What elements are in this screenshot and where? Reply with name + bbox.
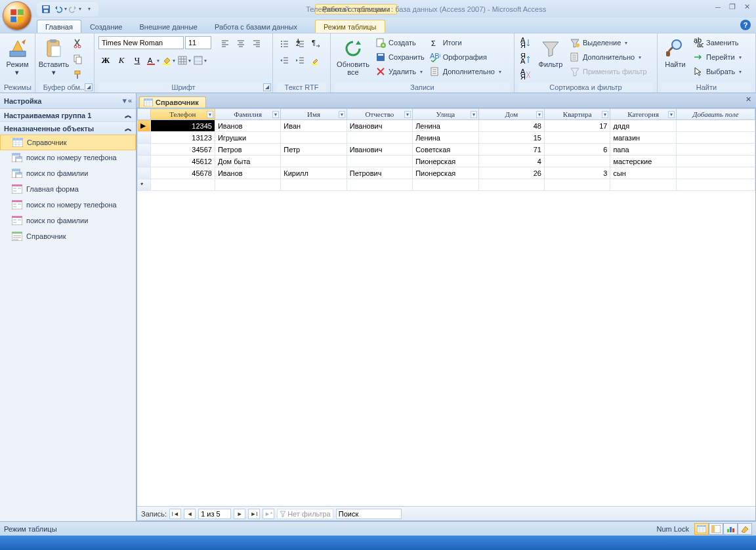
data-cell[interactable] <box>676 156 755 167</box>
nav-new-icon[interactable]: ►* <box>262 509 274 519</box>
delete-record-button[interactable]: Удалить <box>374 65 426 78</box>
select-button[interactable]: Выбрать <box>692 65 743 78</box>
office-button[interactable] <box>3 1 32 30</box>
data-cell[interactable]: Игрушки <box>215 132 280 144</box>
data-cell[interactable] <box>281 156 346 167</box>
data-cell[interactable]: Кирилл <box>281 167 346 179</box>
column-header[interactable]: Категория▾ <box>610 109 676 120</box>
data-cell[interactable] <box>544 156 610 167</box>
data-cell[interactable] <box>150 179 215 191</box>
nav-collapse-icon[interactable]: « <box>128 96 132 105</box>
decrease-indent-icon[interactable] <box>277 53 291 68</box>
close-button[interactable]: ✕ <box>742 3 752 11</box>
data-cell[interactable]: 45678 <box>150 167 215 179</box>
view-datasheet-icon[interactable] <box>694 523 709 535</box>
column-header[interactable]: Имя▾ <box>281 109 346 120</box>
view-design-icon[interactable] <box>738 523 752 535</box>
nav-last-icon[interactable]: ►I <box>248 509 260 519</box>
font-size-combo[interactable] <box>185 36 211 49</box>
tab-database-tools[interactable]: Работа с базами данных <box>206 20 306 33</box>
column-dropdown-icon[interactable]: ▾ <box>207 111 213 118</box>
data-cell[interactable]: Петрович <box>346 167 412 179</box>
record-position-input[interactable] <box>198 509 231 519</box>
selection-filter-button[interactable]: Выделение <box>568 36 648 49</box>
new-row-selector[interactable]: * <box>138 179 151 191</box>
nav-group-custom[interactable]: Настраиваемая группа 1︽ <box>0 109 136 122</box>
find-button[interactable]: Найти <box>662 36 689 70</box>
restore-button[interactable]: ❐ <box>727 3 738 11</box>
data-cell[interactable]: 48 <box>478 120 544 132</box>
data-cell[interactable]: папа <box>610 144 676 156</box>
column-dropdown-icon[interactable]: ▾ <box>339 111 345 118</box>
advanced-filter-button[interactable]: Дополнительно <box>568 51 648 64</box>
help-icon[interactable]: ? <box>740 20 751 30</box>
row-selector[interactable] <box>138 144 151 156</box>
data-cell[interactable]: Ленина <box>413 120 478 132</box>
data-cell[interactable] <box>281 132 346 144</box>
nav-first-icon[interactable]: I◄ <box>169 509 181 519</box>
data-cell[interactable] <box>215 179 280 191</box>
column-dropdown-icon[interactable]: ▾ <box>404 111 411 118</box>
format-painter-icon[interactable] <box>71 68 85 82</box>
font-family-combo[interactable] <box>98 36 184 49</box>
nav-header[interactable]: Настройка ▾ « <box>0 93 136 109</box>
select-all-cell[interactable] <box>138 109 151 120</box>
data-cell[interactable]: дядя <box>610 120 676 132</box>
align-center-icon[interactable] <box>234 36 248 51</box>
numbering-icon[interactable]: 12 <box>293 36 307 51</box>
refresh-all-button[interactable]: Обновить все <box>335 36 371 78</box>
tab-create[interactable]: Создание <box>81 20 131 33</box>
data-cell[interactable]: 45612 <box>150 156 215 167</box>
nav-item-form[interactable]: Главная форма <box>0 181 136 197</box>
more-records-button[interactable]: Дополнительно <box>429 65 503 78</box>
column-dropdown-icon[interactable]: ▾ <box>536 111 543 118</box>
align-left-icon[interactable] <box>218 36 232 51</box>
paste-button[interactable]: Вставить▾ <box>39 36 68 78</box>
data-cell[interactable] <box>676 144 755 156</box>
cut-icon[interactable] <box>71 36 85 51</box>
column-dropdown-icon[interactable]: ▾ <box>668 111 675 118</box>
data-cell[interactable]: Петров <box>215 144 280 156</box>
nav-item-table[interactable]: Справочник <box>0 135 136 150</box>
sort-desc-icon[interactable]: ЯА <box>518 52 533 66</box>
nav-prev-icon[interactable]: ◄ <box>184 509 196 519</box>
filter-indicator[interactable]: Нет фильтра <box>277 509 333 519</box>
data-cell[interactable]: 26 <box>478 167 544 179</box>
data-cell[interactable] <box>676 132 755 144</box>
data-cell[interactable] <box>676 120 755 132</box>
column-dropdown-icon[interactable]: ▾ <box>471 111 477 118</box>
clipboard-launcher-icon[interactable]: ◢ <box>85 83 93 91</box>
data-cell[interactable]: Иванович <box>346 120 412 132</box>
data-cell[interactable]: 4 <box>478 156 544 167</box>
nav-item-query[interactable]: поиск по номеру телефона <box>0 150 136 165</box>
bullets-icon[interactable] <box>277 36 291 51</box>
font-launcher-icon[interactable]: ◢ <box>263 83 271 91</box>
data-cell[interactable] <box>676 179 755 191</box>
data-cell[interactable]: сын <box>610 167 676 179</box>
data-cell[interactable]: магазин <box>610 132 676 144</box>
spelling-button[interactable]: ABCОрфография <box>429 51 503 64</box>
nav-group-unassigned[interactable]: Неназначенные объекты︽ <box>0 122 136 135</box>
data-cell[interactable]: 34567 <box>150 144 215 156</box>
view-button[interactable]: Режим▾ <box>4 36 31 78</box>
data-cell[interactable]: 12345 <box>150 120 215 132</box>
column-header[interactable]: Отчество▾ <box>346 109 412 120</box>
data-cell[interactable]: Иванов <box>215 167 280 179</box>
toggle-filter-button[interactable]: Применить фильтр <box>568 65 648 78</box>
data-cell[interactable]: мастерские <box>610 156 676 167</box>
column-header[interactable]: Телефон▾ <box>150 109 215 120</box>
column-dropdown-icon[interactable]: ▾ <box>272 111 279 118</box>
column-header[interactable]: Дом▾ <box>478 109 544 120</box>
data-cell[interactable]: Пионерская <box>413 156 478 167</box>
data-cell[interactable] <box>281 179 346 191</box>
gridlines-icon[interactable] <box>177 53 192 68</box>
increase-indent-icon[interactable] <box>293 53 307 68</box>
ltr-icon[interactable]: ¶ <box>308 36 323 51</box>
new-record-button[interactable]: Создать <box>374 36 426 49</box>
tab-datasheet[interactable]: Режим таблицы <box>315 20 385 33</box>
view-pivotchart-icon[interactable] <box>723 523 738 535</box>
data-cell[interactable] <box>676 167 755 179</box>
data-cell[interactable]: Советская <box>413 144 478 156</box>
data-cell[interactable] <box>346 179 412 191</box>
fill-color-icon[interactable] <box>161 53 176 68</box>
